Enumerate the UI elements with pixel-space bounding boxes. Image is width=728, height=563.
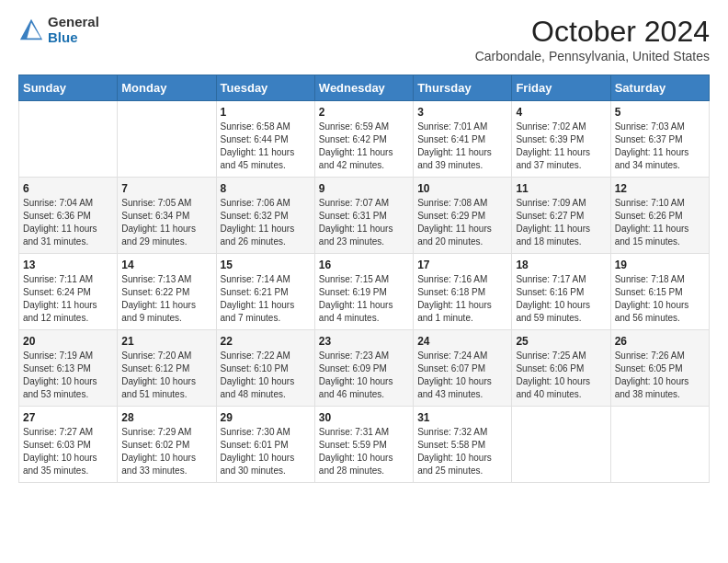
day-number: 12 (615, 182, 705, 195)
day-info: Sunrise: 7:27 AMSunset: 6:03 PMDaylight:… (23, 426, 113, 477)
day-number: 19 (615, 259, 705, 271)
header-cell-monday: Monday (118, 75, 216, 101)
day-number: 31 (417, 411, 507, 424)
header-row: SundayMondayTuesdayWednesdayThursdayFrid… (19, 75, 710, 101)
calendar-cell: 12Sunrise: 7:10 AMSunset: 6:26 PMDayligh… (610, 178, 709, 254)
calendar-header: SundayMondayTuesdayWednesdayThursdayFrid… (19, 75, 710, 101)
page-header: General Blue October 2024 Carbondale, Pe… (18, 15, 710, 63)
day-info: Sunrise: 7:06 AMSunset: 6:32 PMDaylight:… (221, 197, 311, 248)
day-info: Sunrise: 7:31 AMSunset: 5:59 PMDaylight:… (319, 426, 409, 477)
day-info: Sunrise: 7:17 AMSunset: 6:16 PMDaylight:… (516, 273, 606, 325)
logo: General Blue (18, 15, 99, 45)
title-block: October 2024 Carbondale, Pennsylvania, U… (475, 15, 710, 63)
header-cell-tuesday: Tuesday (216, 75, 314, 101)
day-info: Sunrise: 7:24 AMSunset: 6:07 PMDaylight:… (417, 350, 507, 401)
day-number: 18 (516, 259, 606, 271)
header-cell-thursday: Thursday (414, 75, 512, 101)
day-number: 27 (23, 411, 113, 424)
day-info: Sunrise: 7:13 AMSunset: 6:22 PMDaylight:… (121, 273, 211, 325)
day-number: 25 (516, 335, 606, 348)
day-number: 1 (221, 106, 311, 119)
calendar-cell (512, 407, 610, 483)
calendar-cell: 3Sunrise: 7:01 AMSunset: 6:41 PMDaylight… (414, 101, 512, 178)
day-info: Sunrise: 7:22 AMSunset: 6:10 PMDaylight:… (221, 350, 311, 401)
logo-icon (18, 17, 44, 43)
calendar-cell: 1Sunrise: 6:58 AMSunset: 6:44 PMDaylight… (216, 101, 314, 178)
day-number: 21 (121, 335, 211, 348)
day-info: Sunrise: 7:11 AMSunset: 6:24 PMDaylight:… (23, 273, 113, 325)
logo-blue-text: Blue (48, 30, 99, 46)
header-cell-sunday: Sunday (19, 75, 118, 101)
calendar-cell: 18Sunrise: 7:17 AMSunset: 6:16 PMDayligh… (512, 254, 610, 330)
day-number: 24 (417, 335, 507, 348)
week-row-4: 27Sunrise: 7:27 AMSunset: 6:03 PMDayligh… (19, 407, 710, 483)
calendar-cell: 8Sunrise: 7:06 AMSunset: 6:32 PMDaylight… (216, 178, 314, 254)
calendar-cell: 27Sunrise: 7:27 AMSunset: 6:03 PMDayligh… (19, 407, 118, 483)
calendar-cell: 10Sunrise: 7:08 AMSunset: 6:29 PMDayligh… (414, 178, 512, 254)
calendar-cell: 24Sunrise: 7:24 AMSunset: 6:07 PMDayligh… (414, 330, 512, 407)
location-title: Carbondale, Pennsylvania, United States (475, 49, 710, 63)
day-number: 8 (221, 182, 311, 195)
day-info: Sunrise: 6:59 AMSunset: 6:42 PMDaylight:… (319, 121, 409, 172)
week-row-3: 20Sunrise: 7:19 AMSunset: 6:13 PMDayligh… (19, 330, 710, 407)
day-number: 28 (121, 411, 211, 424)
calendar-cell: 22Sunrise: 7:22 AMSunset: 6:10 PMDayligh… (216, 330, 314, 407)
calendar-cell: 13Sunrise: 7:11 AMSunset: 6:24 PMDayligh… (19, 254, 118, 330)
day-info: Sunrise: 7:16 AMSunset: 6:18 PMDaylight:… (417, 273, 507, 325)
day-info: Sunrise: 7:10 AMSunset: 6:26 PMDaylight:… (615, 197, 705, 248)
calendar-cell: 15Sunrise: 7:14 AMSunset: 6:21 PMDayligh… (216, 254, 314, 330)
calendar-cell: 25Sunrise: 7:25 AMSunset: 6:06 PMDayligh… (512, 330, 610, 407)
day-info: Sunrise: 7:02 AMSunset: 6:39 PMDaylight:… (516, 121, 606, 172)
day-number: 5 (615, 106, 705, 119)
day-number: 9 (319, 182, 409, 195)
month-title: October 2024 (475, 15, 710, 49)
day-info: Sunrise: 7:26 AMSunset: 6:05 PMDaylight:… (615, 350, 705, 401)
day-number: 14 (121, 259, 211, 271)
day-info: Sunrise: 7:25 AMSunset: 6:06 PMDaylight:… (516, 350, 606, 401)
day-number: 6 (23, 182, 113, 195)
day-info: Sunrise: 7:18 AMSunset: 6:15 PMDaylight:… (615, 273, 705, 325)
day-number: 13 (23, 259, 113, 271)
day-info: Sunrise: 6:58 AMSunset: 6:44 PMDaylight:… (221, 121, 311, 172)
calendar-table: SundayMondayTuesdayWednesdayThursdayFrid… (18, 75, 710, 483)
header-cell-saturday: Saturday (610, 75, 709, 101)
day-number: 17 (417, 259, 507, 271)
day-number: 26 (615, 335, 705, 348)
logo-general-text: General (48, 15, 99, 30)
calendar-cell: 20Sunrise: 7:19 AMSunset: 6:13 PMDayligh… (19, 330, 118, 407)
week-row-0: 1Sunrise: 6:58 AMSunset: 6:44 PMDaylight… (19, 101, 710, 178)
day-number: 22 (221, 335, 311, 348)
calendar-cell: 17Sunrise: 7:16 AMSunset: 6:18 PMDayligh… (414, 254, 512, 330)
week-row-1: 6Sunrise: 7:04 AMSunset: 6:36 PMDaylight… (19, 178, 710, 254)
calendar-cell: 31Sunrise: 7:32 AMSunset: 5:58 PMDayligh… (414, 407, 512, 483)
day-number: 30 (319, 411, 409, 424)
calendar-cell: 28Sunrise: 7:29 AMSunset: 6:02 PMDayligh… (118, 407, 216, 483)
calendar-cell (610, 407, 709, 483)
day-info: Sunrise: 7:15 AMSunset: 6:19 PMDaylight:… (319, 273, 409, 325)
day-info: Sunrise: 7:32 AMSunset: 5:58 PMDaylight:… (417, 426, 507, 477)
calendar-cell: 16Sunrise: 7:15 AMSunset: 6:19 PMDayligh… (314, 254, 413, 330)
day-info: Sunrise: 7:09 AMSunset: 6:27 PMDaylight:… (516, 197, 606, 248)
calendar-cell: 19Sunrise: 7:18 AMSunset: 6:15 PMDayligh… (610, 254, 709, 330)
calendar-cell: 26Sunrise: 7:26 AMSunset: 6:05 PMDayligh… (610, 330, 709, 407)
calendar-cell: 11Sunrise: 7:09 AMSunset: 6:27 PMDayligh… (512, 178, 610, 254)
day-number: 2 (319, 106, 409, 119)
calendar-cell: 23Sunrise: 7:23 AMSunset: 6:09 PMDayligh… (314, 330, 413, 407)
day-number: 29 (221, 411, 311, 424)
day-info: Sunrise: 7:19 AMSunset: 6:13 PMDaylight:… (23, 350, 113, 401)
header-cell-wednesday: Wednesday (314, 75, 413, 101)
calendar-cell: 30Sunrise: 7:31 AMSunset: 5:59 PMDayligh… (314, 407, 413, 483)
day-info: Sunrise: 7:23 AMSunset: 6:09 PMDaylight:… (319, 350, 409, 401)
day-info: Sunrise: 7:05 AMSunset: 6:34 PMDaylight:… (121, 197, 211, 248)
calendar-cell: 7Sunrise: 7:05 AMSunset: 6:34 PMDaylight… (118, 178, 216, 254)
header-cell-friday: Friday (512, 75, 610, 101)
day-number: 23 (319, 335, 409, 348)
calendar-cell: 21Sunrise: 7:20 AMSunset: 6:12 PMDayligh… (118, 330, 216, 407)
day-info: Sunrise: 7:04 AMSunset: 6:36 PMDaylight:… (23, 197, 113, 248)
day-number: 7 (121, 182, 211, 195)
calendar-cell (19, 101, 118, 178)
calendar-body: 1Sunrise: 6:58 AMSunset: 6:44 PMDaylight… (19, 101, 710, 483)
day-info: Sunrise: 7:30 AMSunset: 6:01 PMDaylight:… (221, 426, 311, 477)
calendar-cell: 2Sunrise: 6:59 AMSunset: 6:42 PMDaylight… (314, 101, 413, 178)
calendar-cell: 5Sunrise: 7:03 AMSunset: 6:37 PMDaylight… (610, 101, 709, 178)
